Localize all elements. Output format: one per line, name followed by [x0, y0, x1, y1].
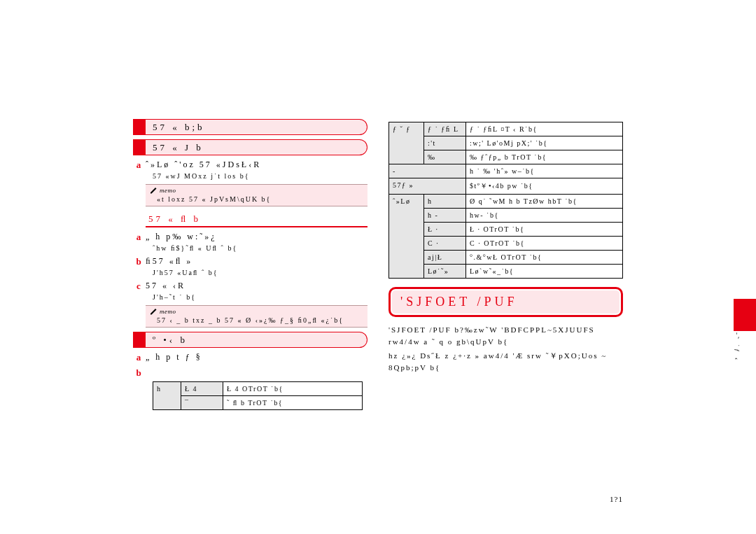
table-row: Lø˙˜» Lø`w˜«_˙b{: [389, 265, 623, 279]
step-desc: 57 «wJ MOxz j˙t los b{: [153, 172, 368, 180]
right-column: ƒ ˘ ƒ ƒ ˙ ƒﬁ L ƒ ˙ ƒﬁL ¤T ‹ R˙b{ :'t :w;…: [388, 119, 623, 414]
right-settings-table: ƒ ˘ ƒ ƒ ˙ ƒﬁ L ƒ ˙ ƒﬁL ¤T ‹ R˙b{ :'t :w;…: [388, 122, 623, 279]
page-number: 1?1: [610, 495, 623, 503]
table-row: ‰ ‰ ƒˆƒp„ b TrOT ˙b{: [389, 150, 623, 164]
body-paragraph: 'SJFOET /PUF b?‰zw˜W 'BDFCPPL~5XJUUFS rw…: [388, 324, 623, 347]
step-desc: ˆhw ﬁ$}˜ﬂ « Uﬂ ˆ b{: [153, 244, 368, 252]
section-tab-3: º •‹ b: [133, 332, 368, 348]
step-text: „ h p‰ w:˜»¿: [146, 232, 217, 243]
memo-header: memo: [146, 306, 368, 315]
section-tab-2: 57 « J b: [133, 139, 368, 155]
friends-note-heading: 'SJFOET /PUF: [388, 287, 623, 317]
step-d: c 57 « ‹R: [133, 281, 368, 292]
memo-header: memo: [146, 185, 368, 194]
table-row: ¯ ˜ ﬂ b TrOT ˙b{: [153, 396, 363, 410]
step-number: a: [133, 232, 146, 243]
pencil-icon: [150, 186, 158, 194]
left-column: 57 « b;b 57 « J b a ˆ»Lø ˆ'oz 57 «JDsŁ‹R…: [133, 119, 368, 414]
memo-box-2: memo 57 ‹ _ b txz _ b 57 « Ø ‹»¿‰ ƒ_§ ﬁ0…: [146, 305, 368, 328]
step-text: 57 « ‹R: [146, 281, 186, 292]
table-row: h - hw- ˙b{: [389, 209, 623, 223]
table-row: aj|Ł °.&°wŁ OTrOT ˙b{: [389, 251, 623, 265]
step-number: a: [133, 160, 146, 171]
pencil-icon: [150, 307, 158, 315]
step-number: a: [133, 352, 146, 363]
table-row: :'t :w;' Lø'oMj pX;' ˙b{: [389, 136, 623, 150]
table-row: - h ˙ ‰ 'hˆ» w–˙b{: [389, 164, 623, 178]
table-row: h Ł 4 Ł 4 OTrOT ˙b{: [153, 382, 363, 396]
step-desc: J'h57 «Uaﬂ ˆ b{: [153, 269, 368, 276]
left-settings-table: h Ł 4 Ł 4 OTrOT ˙b{ ¯ ˜ ﬂ b TrOT ˙b{: [153, 381, 363, 410]
table-row: Ł · Ł · OTrOT ˙b{: [389, 223, 623, 237]
section-tab-2-label: 57 « J b: [146, 139, 368, 155]
step-text: ˆ»Lø ˆ'oz 57 «JDsŁ‹R: [146, 160, 261, 171]
memo-body: 57 ‹ _ b txz _ b 57 « Ø ‹»¿‰ ƒ_§ ﬁ0„ﬂ «¿…: [146, 315, 368, 327]
step-number: b: [133, 256, 146, 267]
step-number: c: [133, 281, 146, 292]
memo-box-1: memo «t loxz 57 « JpVsM\qUK b{: [146, 184, 368, 206]
step-b: a „ h p‰ w:˜»¿: [133, 232, 368, 243]
step-text: ﬁ57 «ﬂ »: [146, 256, 192, 267]
section-tab-1: 57 « b;b: [133, 119, 368, 135]
edge-tab-marker: [734, 299, 756, 331]
step-e: a „ h p t ƒ §: [133, 352, 368, 363]
table-row: C · C · OTrOT ˙b{: [389, 237, 623, 251]
step-number: b: [133, 367, 146, 379]
memo-body: «t loxz 57 « JpVsM\qUK b{: [146, 194, 368, 206]
step-c: b ﬁ57 «ﬂ »: [133, 256, 368, 267]
step-f: b: [133, 367, 368, 379]
body-paragraph: hz ¿»¿ Ds˝Ł z ¿+·z » aw4/4 'Æ srw ˜￥pXO;…: [388, 350, 623, 373]
section-tab-3-label: º •‹ b: [146, 332, 368, 348]
step-a: a ˆ»Lø ˆ'oz 57 «JDsŁ‹R: [133, 160, 368, 171]
table-row: ˆ»Lø h Ø q˙ ˜wM h b TzØw hbT ˙b{: [389, 195, 623, 209]
step-desc: J'h–˜t ˙ b{: [153, 293, 368, 301]
table-row: 57ƒ » $tº￥•‹4b pw ˙b{: [389, 178, 623, 195]
edge-tab-label: -˜ ˙ƒ ‹: [732, 332, 741, 362]
table-row: ƒ ˘ ƒ ƒ ˙ ƒﬁ L ƒ ˙ ƒﬁL ¤T ‹ R˙b{: [389, 122, 623, 136]
section-tab-1-label: 57 « b;b: [146, 119, 368, 135]
step-text: „ h p t ƒ §: [146, 352, 202, 363]
subsection-heading: 57 « ﬂ b: [146, 211, 368, 227]
